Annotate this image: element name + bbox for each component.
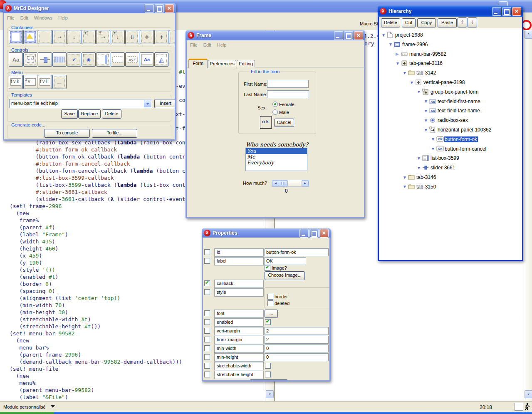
id-row-checkbox[interactable] bbox=[204, 249, 210, 255]
start-button[interactable] bbox=[0, 412, 54, 414]
control-text-tool-button[interactable]: Aa bbox=[140, 52, 154, 67]
replace-button[interactable]: Replace bbox=[78, 109, 101, 119]
frame-menubar[interactable]: FileEditHelp bbox=[190, 42, 232, 47]
expand-arrow-icon[interactable]: ▼ bbox=[424, 128, 429, 132]
collapse-arrow-icon[interactable]: ▶ bbox=[396, 52, 401, 56]
control-gauge-tool-button[interactable] bbox=[52, 52, 67, 67]
expand-arrow-icon[interactable]: ▼ bbox=[417, 89, 422, 94]
mred-minimize-button[interactable] bbox=[145, 4, 154, 13]
mred-maximize-button[interactable] bbox=[155, 4, 164, 13]
save-button[interactable]: Save bbox=[61, 109, 78, 119]
properties-titlebar[interactable]: λ Properties bbox=[202, 228, 331, 238]
tree-node-button-form-cancel[interactable]: ▼OKbutton-form-cancel bbox=[431, 145, 487, 153]
tree-node-label[interactable]: tab-3146 bbox=[416, 174, 437, 180]
choose-image-button[interactable]: Choose Image... bbox=[265, 271, 305, 280]
vert-margin-input[interactable]: 2 bbox=[265, 327, 329, 335]
control-text-field-tool-button[interactable] bbox=[111, 52, 125, 67]
definitions-scroll-down-icon[interactable]: ∨ bbox=[266, 390, 274, 398]
language-indicator[interactable]: Module personnalisé bbox=[3, 404, 46, 409]
container-tab-panel-tool-button[interactable] bbox=[169, 30, 175, 44]
tree-node-frame-2996[interactable]: ▼frame-2996 bbox=[388, 40, 428, 49]
label-row-checkbox[interactable] bbox=[204, 258, 210, 264]
tree-node-horizontal-panel-100362[interactable]: ▼horizontal-panel-100362 bbox=[424, 126, 492, 134]
tab-preferences[interactable]: Preferences bbox=[208, 60, 236, 67]
mred-menu-windows[interactable]: Windows bbox=[34, 15, 53, 20]
tree-node-label[interactable]: frame-2996 bbox=[401, 42, 428, 47]
expand-arrow-icon[interactable]: ▼ bbox=[417, 156, 422, 161]
hierarchy-close-button[interactable] bbox=[512, 7, 521, 16]
container-dialog-tool-button[interactable] bbox=[23, 30, 37, 44]
tree-node-button-form-ok[interactable]: ▼OKbutton-form-ok bbox=[431, 135, 478, 144]
tree-node-vertical-pane-3198[interactable]: ▼vertical-pane-3198 bbox=[410, 78, 465, 87]
horiz-margin-row-checkbox[interactable] bbox=[204, 337, 210, 342]
style-border-checkbox[interactable] bbox=[267, 294, 273, 300]
female-radio[interactable] bbox=[272, 102, 278, 107]
container-pane-tool-button[interactable]: ⇊ bbox=[125, 30, 139, 44]
first-name-input[interactable] bbox=[267, 80, 309, 88]
cancel-button[interactable]: Cancel bbox=[274, 119, 294, 127]
container-grow-pane-tool-button[interactable]: ✥ bbox=[140, 30, 154, 44]
font-row-checkbox[interactable] bbox=[204, 310, 210, 316]
expand-arrow-icon[interactable]: ▼ bbox=[403, 175, 408, 180]
stretchable-width-row-checkbox[interactable] bbox=[204, 363, 210, 369]
tree-node-slider-3661[interactable]: ▼slider-3661 bbox=[417, 164, 456, 172]
frame-menu-help[interactable]: Help bbox=[217, 42, 227, 47]
mred-menu-help[interactable]: Help bbox=[58, 15, 68, 20]
tree-node-label[interactable]: tab-3142 bbox=[416, 70, 437, 76]
frame-close-button[interactable] bbox=[354, 31, 363, 40]
tree-node-text-field-last-name[interactable]: ▼Aatext-field-last-name bbox=[424, 107, 481, 115]
image-checkbox[interactable] bbox=[265, 265, 270, 271]
expand-arrow-icon[interactable]: ▼ bbox=[424, 99, 429, 104]
list-item[interactable]: You bbox=[246, 148, 307, 154]
stretchable-height-row-checkbox[interactable] bbox=[204, 372, 210, 377]
to-console-button[interactable]: To console bbox=[44, 129, 90, 138]
stretchable-width-checkbox[interactable] bbox=[265, 363, 271, 369]
tree-node-label[interactable]: tab-panel-3116 bbox=[408, 60, 443, 66]
language-dropdown-icon[interactable] bbox=[51, 405, 55, 410]
cut-button[interactable]: Cut bbox=[402, 18, 416, 27]
male-radio[interactable] bbox=[272, 109, 278, 115]
tree-node-label[interactable]: slider-3661 bbox=[430, 165, 456, 171]
mred-close-button[interactable] bbox=[165, 4, 174, 13]
properties-close-button[interactable] bbox=[319, 229, 329, 238]
enabled-checkbox[interactable] bbox=[265, 319, 271, 325]
tree-node-project-2988[interactable]: ▼project-2988 bbox=[381, 31, 424, 39]
style-row-checkbox[interactable] bbox=[204, 289, 210, 295]
expand-arrow-icon[interactable]: ▼ bbox=[403, 71, 408, 75]
insert-button[interactable]: Insert bbox=[154, 99, 175, 108]
label-input[interactable]: OK bbox=[265, 257, 306, 265]
hierarchy-titlebar[interactable]: λ Hierarchy bbox=[378, 6, 523, 17]
tree-node-label[interactable]: menu-bar-99582 bbox=[408, 51, 447, 57]
expand-arrow-icon[interactable]: ▼ bbox=[431, 146, 436, 151]
menu-bar-item-tool-button[interactable]: f v k bbox=[9, 75, 23, 89]
enabled-row-checkbox[interactable] bbox=[204, 319, 210, 325]
mred-menubar[interactable]: FileEditWindowsHelp bbox=[7, 15, 74, 20]
control-list-box-tool-button[interactable] bbox=[96, 52, 110, 67]
list-item[interactable]: Everybody bbox=[246, 160, 307, 166]
vert-margin-row-checkbox[interactable] bbox=[204, 328, 210, 334]
tree-node-list-box-3599[interactable]: ▼list-box-3599 bbox=[417, 154, 460, 162]
copy-button[interactable]: Copy bbox=[417, 18, 436, 27]
tree-node-label[interactable]: radio-box-sex bbox=[437, 117, 469, 123]
tab-editing[interactable]: Editing bbox=[237, 60, 255, 67]
tree-node-label[interactable]: list-box-3599 bbox=[430, 155, 460, 161]
move-down-button[interactable]: ⇓ bbox=[468, 17, 477, 27]
min-height-row-checkbox[interactable] bbox=[204, 354, 210, 360]
tree-node-label[interactable]: vertical-pane-3198 bbox=[423, 79, 465, 85]
list-item[interactable]: Me bbox=[246, 154, 307, 160]
container-group-box-panel-tool-button[interactable] bbox=[82, 30, 96, 44]
menu-separator-tool-button[interactable]: ﹏ bbox=[52, 75, 67, 89]
expand-arrow-icon[interactable]: ▼ bbox=[410, 80, 415, 85]
control-check-box-tool-button[interactable]: ✔ bbox=[67, 52, 81, 67]
min-height-input[interactable]: 0 bbox=[265, 353, 329, 361]
tree-node-label[interactable]: project-2988 bbox=[394, 32, 424, 38]
container-panel-tool-button[interactable] bbox=[38, 30, 52, 44]
control-canvas-tool-button[interactable]: ◭ bbox=[154, 52, 168, 67]
expand-arrow-icon[interactable]: ▼ bbox=[431, 137, 436, 141]
container-vertical-panel-tool-button[interactable]: ↓ bbox=[67, 30, 81, 44]
tree-node-radio-box-sex[interactable]: ▼radio-box-sex bbox=[424, 116, 469, 124]
expand-arrow-icon[interactable]: ▼ bbox=[424, 109, 429, 113]
control-button-tool-button[interactable] bbox=[23, 52, 37, 67]
tree-node-label[interactable]: horizontal-panel-100362 bbox=[437, 127, 492, 133]
control-radio-box-tool-button[interactable]: ◉ bbox=[82, 52, 96, 67]
